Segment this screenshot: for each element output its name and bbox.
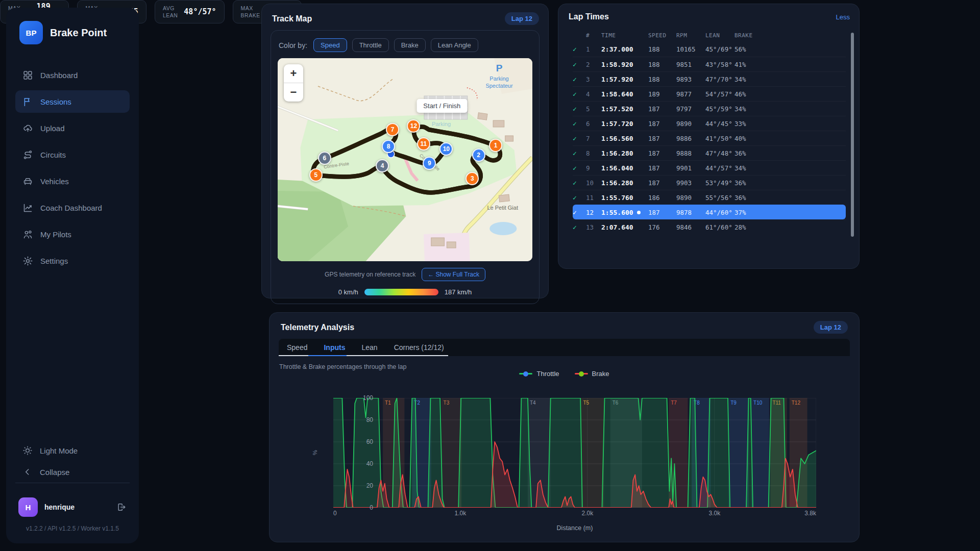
inputs-chart[interactable]: T1T2T3T4T5T6T7T8T9T10T11T12 bbox=[333, 398, 816, 508]
show-full-track-button[interactable]: ← Show Full Track bbox=[422, 268, 485, 281]
lap-row[interactable]: ✓ 9 1:56.040 187990144°/57°34% bbox=[573, 160, 846, 175]
svg-text:T5: T5 bbox=[583, 400, 589, 406]
y-tick: 60 bbox=[358, 438, 373, 445]
map-zoom-out-button[interactable]: − bbox=[284, 83, 303, 102]
lap-row[interactable]: ✓ 2 1:58.920 188985143°/58°41% bbox=[573, 57, 846, 71]
logout-button[interactable] bbox=[116, 502, 127, 512]
lap-row[interactable]: ✓ 7 1:56.560 187988641°/50°40% bbox=[573, 131, 846, 145]
throttle-legend-glyph bbox=[519, 371, 532, 377]
map-zoom-in-button[interactable]: + bbox=[284, 64, 303, 83]
light-mode-label: Light Mode bbox=[40, 446, 78, 455]
lap-table-scrollbar[interactable] bbox=[851, 33, 854, 237]
sidebar-item-label: Vehicles bbox=[40, 177, 69, 186]
lap-row[interactable]: ✓ 4 1:58.640 189987754°/57°46% bbox=[573, 86, 846, 101]
tab-lean[interactable]: Lean bbox=[361, 343, 377, 352]
lap-times-title: Lap Times bbox=[569, 12, 609, 21]
corner-marker-10[interactable]: 10 bbox=[439, 142, 453, 156]
gear-icon bbox=[22, 256, 33, 266]
track-map[interactable]: + − P Parking Start / Finish P Parking S… bbox=[278, 58, 532, 261]
sidebar-item-coach-dashboard[interactable]: Coach Dashboard bbox=[15, 196, 130, 219]
tab-inputs[interactable]: Inputs bbox=[324, 343, 345, 352]
lap-table-header: # TIME SPEED RPM LEAN BRAKE bbox=[573, 29, 846, 42]
corner-marker-12[interactable]: 12 bbox=[407, 119, 420, 133]
x-tick: 3.8k bbox=[804, 510, 816, 517]
color-by-brake-button[interactable]: Brake bbox=[394, 38, 426, 52]
parking-faded-label: Parking bbox=[432, 121, 451, 127]
speed-legend-max: 187 km/h bbox=[445, 288, 472, 296]
lap-times-panel: Lap Times Less # TIME SPEED RPM LEAN BRA… bbox=[558, 4, 860, 269]
sidebar-nav: Dashboard Sessions Upload Circuits Vehic… bbox=[15, 64, 130, 272]
sidebar-item-circuits[interactable]: Circuits bbox=[15, 143, 130, 166]
active-tab-underline bbox=[308, 355, 347, 356]
lap-row[interactable]: ✓ 8 1:56.280 187988847°/48°36% bbox=[573, 145, 846, 160]
logout-icon bbox=[116, 502, 127, 512]
tab-speed[interactable]: Speed bbox=[287, 343, 307, 352]
color-by-lean-angle-button[interactable]: Lean Angle bbox=[431, 38, 478, 52]
stat-label: AVG LEAN bbox=[163, 5, 178, 19]
upload-cloud-icon bbox=[22, 123, 33, 134]
flag-icon bbox=[22, 96, 33, 107]
x-axis-label: Distance (m) bbox=[333, 524, 816, 532]
check-icon: ✓ bbox=[573, 90, 586, 98]
lap-row[interactable]: ✓ 3 1:57.920 188989347°/70°34% bbox=[573, 71, 846, 86]
corner-marker-8[interactable]: 8 bbox=[382, 140, 395, 153]
corner-marker-4[interactable]: 4 bbox=[376, 159, 389, 172]
collapse-button[interactable]: Collapse bbox=[15, 467, 130, 477]
svg-text:T4: T4 bbox=[530, 400, 536, 406]
corner-marker-5[interactable]: 5 bbox=[309, 168, 323, 182]
check-icon: ✓ bbox=[573, 179, 586, 187]
sidebar-item-vehicles[interactable]: Vehicles bbox=[15, 170, 130, 192]
corner-marker-3[interactable]: 3 bbox=[465, 172, 479, 185]
corner-marker-11[interactable]: 11 bbox=[417, 137, 430, 151]
check-icon: ✓ bbox=[573, 61, 586, 68]
telemetry-panel: Telemetry Analysis Lap 12 Speed Inputs L… bbox=[269, 312, 860, 542]
sidebar-item-label: My Pilots bbox=[40, 230, 71, 239]
svg-text:T12: T12 bbox=[792, 400, 801, 406]
map-zoom-control: + − bbox=[284, 64, 303, 102]
corner-marker-2[interactable]: 2 bbox=[472, 148, 485, 162]
lap-row[interactable]: ✓ 5 1:57.520 187979745°/59°34% bbox=[573, 101, 846, 116]
track-map-lap-badge: Lap 12 bbox=[505, 12, 539, 25]
check-icon: ✓ bbox=[573, 120, 586, 128]
legend-throttle: Throttle bbox=[519, 370, 559, 378]
tab-corners[interactable]: Corners (12/12) bbox=[394, 343, 444, 352]
color-by-throttle-button[interactable]: Throttle bbox=[352, 38, 389, 52]
corner-marker-7[interactable]: 7 bbox=[386, 123, 399, 136]
lap-row[interactable]: ✓ 1 2:37.000 1881016545°/69°56% bbox=[573, 42, 846, 57]
sidebar-item-settings[interactable]: Settings bbox=[15, 249, 130, 272]
check-icon: ✓ bbox=[573, 105, 586, 113]
lap-row[interactable]: ✓ 10 1:56.280 187990353°/49°36% bbox=[573, 175, 846, 190]
corner-marker-1[interactable]: 1 bbox=[489, 139, 502, 152]
x-tick: 3.0k bbox=[708, 510, 720, 517]
chart-subtitle: Throttle & Brake percentages through the… bbox=[279, 363, 859, 370]
stat-value: 48°/57° bbox=[184, 7, 216, 17]
route-icon bbox=[22, 149, 33, 160]
less-link[interactable]: Less bbox=[836, 13, 850, 21]
svg-text:T9: T9 bbox=[730, 400, 737, 406]
corner-marker-9[interactable]: 9 bbox=[423, 157, 436, 170]
check-icon: ✓ bbox=[573, 45, 586, 53]
light-mode-toggle[interactable]: Light Mode bbox=[15, 445, 130, 456]
track-map-panel: Track Map Lap 12 Color by: Speed Throttl… bbox=[261, 4, 549, 298]
sidebar-item-label: Settings bbox=[40, 257, 68, 265]
speed-gradient-bar bbox=[364, 289, 438, 295]
check-icon: ✓ bbox=[573, 135, 586, 142]
lap-row[interactable]: ✓ 11 1:55.760 186989055°/56°36% bbox=[573, 190, 846, 205]
lap-row[interactable]: ✓ 12 1:55.600 187987844°/60°37% bbox=[573, 205, 846, 219]
sidebar-divider bbox=[15, 483, 130, 483]
collapse-label: Collapse bbox=[40, 468, 69, 477]
app-name: Brake Point bbox=[50, 27, 107, 39]
speed-legend-min: 0 km/h bbox=[338, 288, 358, 296]
corner-marker-6[interactable]: 6 bbox=[318, 152, 331, 165]
lap-row[interactable]: ✓ 6 1:57.720 187989044°/45°33% bbox=[573, 116, 846, 131]
sun-icon bbox=[22, 445, 33, 456]
lap-row[interactable]: ✓ 13 2:07.640 176984661°/60°28% bbox=[573, 219, 846, 234]
color-by-speed-button[interactable]: Speed bbox=[313, 38, 347, 52]
chart-line-icon bbox=[22, 203, 33, 213]
sidebar-item-upload[interactable]: Upload bbox=[15, 117, 130, 139]
sidebar-item-dashboard[interactable]: Dashboard bbox=[15, 64, 130, 86]
sidebar-item-sessions[interactable]: Sessions bbox=[15, 90, 130, 113]
avg-lean-card: AVG LEAN 48°/57° bbox=[155, 0, 225, 23]
sidebar-item-my-pilots[interactable]: My Pilots bbox=[15, 223, 130, 245]
svg-text:T10: T10 bbox=[753, 400, 763, 406]
